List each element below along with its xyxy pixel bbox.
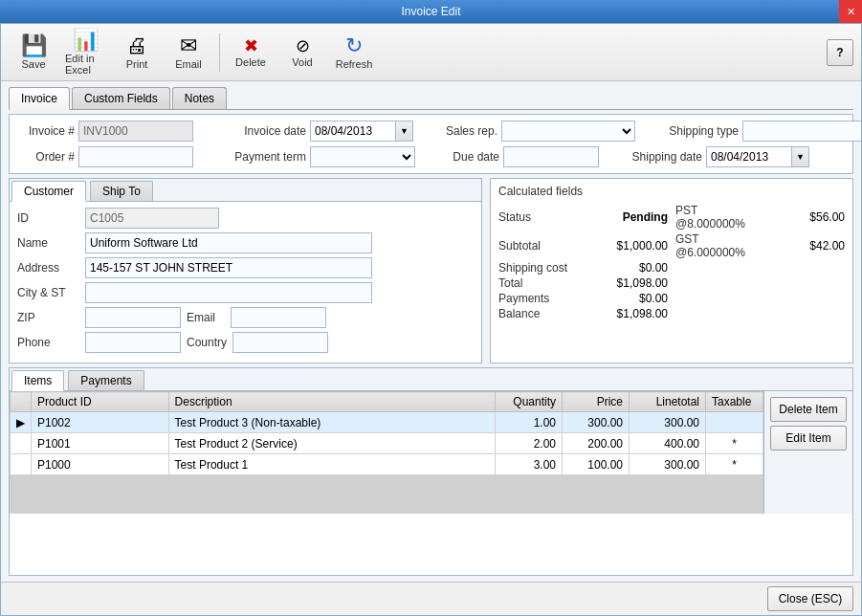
subtotal-value: $1,000.00 xyxy=(587,239,669,253)
delete-button[interactable]: ✖ Delete xyxy=(226,28,276,77)
excel-label: Edit in Excel xyxy=(65,53,105,76)
col-linetotal: Linetotal xyxy=(630,392,706,412)
row-price: 300.00 xyxy=(563,412,630,433)
items-table: Product ID Description Quantity Price Li… xyxy=(10,391,763,514)
delete-item-button[interactable]: Delete Item xyxy=(770,397,847,422)
shipping-date-picker-btn[interactable]: ▼ xyxy=(792,146,809,167)
table-row[interactable]: ▶ P1002 Test Product 3 (Non-taxable) 1.0… xyxy=(11,412,763,433)
toolbar-separator xyxy=(219,33,220,72)
due-date-input[interactable] xyxy=(503,146,599,167)
row-arrow xyxy=(11,454,32,475)
order-label: Order # xyxy=(17,150,75,164)
edit-in-excel-button[interactable]: 📊 Edit in Excel xyxy=(60,28,110,77)
email-button[interactable]: ✉ Email xyxy=(164,28,213,77)
help-button[interactable]: ? xyxy=(827,39,853,66)
tab-items[interactable]: Items xyxy=(11,370,64,391)
calculated-section: Calculated fields Status Pending PST @8.… xyxy=(490,178,853,363)
customer-email-input[interactable] xyxy=(231,307,326,328)
customer-form: ID Name Address City & ST xyxy=(10,202,481,363)
items-table-container: Product ID Description Quantity Price Li… xyxy=(10,391,763,514)
sales-rep-label: Sales rep. xyxy=(440,124,497,138)
print-button[interactable]: 🖨 Print xyxy=(112,28,162,77)
close-esc-button[interactable]: Close (ESC) xyxy=(767,586,853,611)
payments-label: Payments xyxy=(498,292,580,305)
customer-country-input[interactable] xyxy=(232,332,328,353)
delete-icon: ✖ xyxy=(244,37,258,55)
row-description: Test Product 2 (Service) xyxy=(168,433,495,454)
invoice-number-input[interactable] xyxy=(78,121,193,142)
window-title: Invoice Edit xyxy=(401,5,460,18)
customer-country-label: Country xyxy=(187,336,227,349)
void-button[interactable]: ⊘ Void xyxy=(277,28,327,77)
customer-zip-row: ZIP Email xyxy=(17,307,474,328)
tab-customer[interactable]: Customer xyxy=(11,181,86,202)
shipping-date-field: ▼ xyxy=(706,146,809,167)
shipping-date-input[interactable] xyxy=(706,146,792,167)
subtotal-label: Subtotal xyxy=(498,239,580,253)
shipping-type-select[interactable] xyxy=(742,121,861,142)
refresh-button[interactable]: ↻ Refresh xyxy=(329,28,379,77)
invoice-date-field: ▼ xyxy=(310,121,413,142)
email-icon: ✉ xyxy=(180,35,197,56)
row-taxable xyxy=(706,412,763,433)
close-window-btn[interactable]: ✕ xyxy=(839,0,862,23)
sales-rep-select[interactable] xyxy=(501,121,635,142)
table-row[interactable]: P1000 Test Product 1 3.00 100.00 300.00 … xyxy=(11,454,763,475)
balance-value: $1,098.00 xyxy=(587,307,669,320)
row-price: 200.00 xyxy=(563,433,630,454)
customer-id-input[interactable] xyxy=(85,208,219,229)
customer-address-row: Address xyxy=(17,257,474,278)
save-button[interactable]: 💾 Save xyxy=(9,28,58,77)
row-arrow xyxy=(11,433,32,454)
col-price: Price xyxy=(563,392,630,412)
row-linetotal: 300.00 xyxy=(630,454,706,475)
customer-address-input[interactable] xyxy=(85,257,372,278)
total-value: $1,098.00 xyxy=(587,276,669,290)
customer-name-input[interactable] xyxy=(85,232,372,253)
invoice-date-picker-btn[interactable]: ▼ xyxy=(396,121,413,142)
items-tabs: Items Payments xyxy=(10,368,852,391)
total-label: Total xyxy=(498,276,580,290)
row-price: 100.00 xyxy=(563,454,630,475)
pst-label: PST @8.000000% xyxy=(675,204,757,231)
customer-city-row: City & ST xyxy=(17,282,474,303)
row-product-id: P1001 xyxy=(32,433,169,454)
tab-payments[interactable]: Payments xyxy=(68,370,144,390)
customer-zip-input[interactable] xyxy=(85,307,181,328)
main-window: 💾 Save 📊 Edit in Excel 🖨 Print ✉ Email ✖… xyxy=(0,23,862,616)
payment-term-select[interactable] xyxy=(310,146,415,167)
items-action-buttons: Delete Item Edit Item xyxy=(763,391,852,514)
row-product-id: P1000 xyxy=(32,454,169,475)
gst-label: GST @6.000000% xyxy=(675,232,757,259)
row-quantity: 1.00 xyxy=(496,412,563,433)
payments-value: $0.00 xyxy=(587,292,669,305)
customer-phone-input[interactable] xyxy=(85,332,181,353)
invoice-date-input[interactable] xyxy=(310,121,396,142)
row-description: Test Product 1 xyxy=(168,454,495,475)
help-label: ? xyxy=(836,46,843,59)
table-row[interactable]: P1001 Test Product 2 (Service) 2.00 200.… xyxy=(11,433,763,454)
edit-item-button[interactable]: Edit Item xyxy=(770,426,847,451)
print-icon: 🖨 xyxy=(126,35,147,56)
tab-notes[interactable]: Notes xyxy=(172,87,227,109)
row-taxable: * xyxy=(706,454,763,475)
customer-city-input[interactable] xyxy=(85,282,372,303)
tab-custom-fields[interactable]: Custom Fields xyxy=(72,87,170,109)
invoice-date-label: Invoice date xyxy=(230,124,306,138)
tab-ship-to[interactable]: Ship To xyxy=(90,181,153,201)
tab-invoice[interactable]: Invoice xyxy=(9,87,70,110)
status-label: Status xyxy=(498,210,580,224)
customer-address-label: Address xyxy=(17,261,79,275)
pst-value: $56.00 xyxy=(764,210,846,224)
calc-grid: Status Pending PST @8.000000% $56.00 Sub… xyxy=(498,204,845,320)
order-input[interactable] xyxy=(78,146,193,167)
toolbar: 💾 Save 📊 Edit in Excel 🖨 Print ✉ Email ✖… xyxy=(1,24,861,81)
col-arrow xyxy=(11,392,32,412)
col-product-id: Product ID xyxy=(32,392,169,412)
row-taxable: * xyxy=(706,433,763,454)
row-arrow: ▶ xyxy=(11,412,32,433)
void-label: Void xyxy=(292,56,312,68)
row-linetotal: 300.00 xyxy=(630,412,706,433)
col-taxable: Taxable xyxy=(706,392,763,412)
calculated-title: Calculated fields xyxy=(498,185,845,198)
